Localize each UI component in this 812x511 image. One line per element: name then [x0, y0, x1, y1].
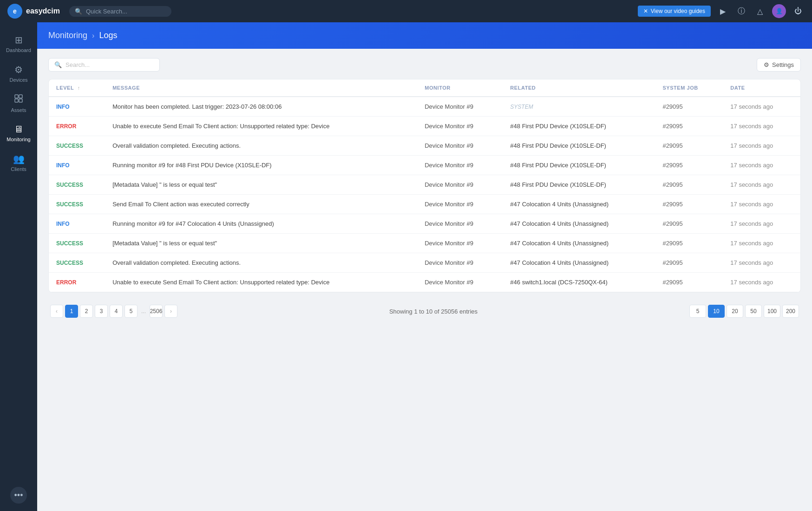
- related-value[interactable]: #48 First PDU Device (X10SLE-DF): [510, 123, 606, 130]
- svg-rect-0: [15, 95, 18, 98]
- job-id[interactable]: #29095: [662, 103, 682, 110]
- logo[interactable]: e easydcim: [7, 4, 60, 19]
- page-button-3[interactable]: 3: [95, 305, 108, 318]
- job-id[interactable]: #29095: [662, 181, 682, 188]
- page-button-2[interactable]: 2: [80, 305, 93, 318]
- cell-related: #48 First PDU Device (X10SLE-DF): [503, 136, 655, 156]
- cell-message: Unable to execute Send Email To Client a…: [105, 273, 417, 292]
- per-page-10[interactable]: 10: [708, 305, 725, 318]
- cell-level: SUCCESS: [49, 195, 105, 214]
- page-button-4[interactable]: 4: [110, 305, 123, 318]
- sidebar-item-label: Monitoring: [7, 137, 30, 142]
- sidebar-item-label: Clients: [11, 166, 26, 172]
- table-search[interactable]: 🔍: [48, 58, 160, 72]
- job-id[interactable]: #29095: [662, 142, 682, 149]
- monitor-link[interactable]: Device Monitor #9: [425, 220, 473, 227]
- cell-related: #46 switch1.local (DCS-7250QX-64): [503, 273, 655, 292]
- search-input[interactable]: [86, 8, 166, 15]
- monitor-link[interactable]: Device Monitor #9: [425, 201, 473, 208]
- job-id[interactable]: #29095: [662, 220, 682, 227]
- avatar[interactable]: 👤: [772, 4, 786, 18]
- video-guides-button[interactable]: ✕ View our video guides: [638, 6, 711, 17]
- sidebar-item-clients[interactable]: 👥 Clients: [2, 149, 35, 177]
- related-value[interactable]: #48 First PDU Device (X10SLE-DF): [510, 181, 606, 188]
- date-value: 17 seconds ago: [730, 103, 773, 110]
- search-input[interactable]: [65, 61, 154, 68]
- cell-message: [Metadata Value] " is less or equal test…: [105, 234, 417, 253]
- settings-label: Settings: [772, 61, 794, 68]
- showing-text: Showing 1 to 10 of 25056 entries: [389, 308, 478, 315]
- cell-job: #29095: [655, 273, 723, 292]
- cell-related: #48 First PDU Device (X10SLE-DF): [503, 156, 655, 175]
- monitor-link[interactable]: Device Monitor #9: [425, 259, 473, 266]
- monitor-link[interactable]: Device Monitor #9: [425, 181, 473, 188]
- gear-icon: ⚙: [764, 61, 769, 68]
- monitor-link[interactable]: Device Monitor #9: [425, 142, 473, 149]
- more-button[interactable]: •••: [10, 487, 27, 504]
- toolbar: 🔍 ⚙ Settings: [48, 58, 801, 72]
- alert-icon[interactable]: △: [753, 5, 766, 18]
- job-id[interactable]: #29095: [662, 279, 682, 286]
- date-value: 17 seconds ago: [730, 279, 773, 286]
- sidebar-item-monitoring[interactable]: 🖥 Monitoring: [2, 119, 35, 147]
- related-value[interactable]: #46 switch1.local (DCS-7250QX-64): [510, 279, 608, 286]
- related-value[interactable]: #47 Colocation 4 Units (Unassigned): [510, 201, 609, 208]
- job-id[interactable]: #29095: [662, 201, 682, 208]
- svg-rect-3: [19, 99, 22, 102]
- cell-date: 17 seconds ago: [723, 136, 800, 156]
- cell-monitor: Device Monitor #9: [417, 117, 503, 136]
- info-icon[interactable]: ⓘ: [735, 5, 748, 18]
- main-content: 🔍 ⚙ Settings LEVEL ↑: [37, 49, 812, 511]
- related-value[interactable]: #48 First PDU Device (X10SLE-DF): [510, 162, 606, 169]
- cell-job: #29095: [655, 214, 723, 234]
- per-page-20[interactable]: 20: [727, 305, 743, 318]
- sidebar-item-assets[interactable]: Assets: [2, 89, 35, 118]
- play-icon[interactable]: ▶: [716, 5, 729, 18]
- top-navigation: e easydcim 🔍 ✕ View our video guides ▶ ⓘ…: [0, 0, 812, 22]
- monitor-link[interactable]: Device Monitor #9: [425, 240, 473, 247]
- related-value[interactable]: #47 Colocation 4 Units (Unassigned): [510, 220, 609, 227]
- related-value[interactable]: #48 First PDU Device (X10SLE-DF): [510, 142, 606, 149]
- monitor-link[interactable]: Device Monitor #9: [425, 279, 473, 286]
- table-row: INFO Running monitor #9 for #48 First PD…: [49, 156, 800, 175]
- prev-page-button[interactable]: ‹: [50, 305, 63, 318]
- breadcrumb-parent[interactable]: Monitoring: [48, 31, 87, 40]
- cell-message: Overall validation completed. Executing …: [105, 253, 417, 273]
- sidebar: ⊞ Dashboard ⚙ Devices Assets 🖥 Monitorin…: [0, 22, 37, 511]
- page-button-1[interactable]: 1: [65, 305, 78, 318]
- job-id[interactable]: #29095: [662, 123, 682, 130]
- cell-level: ERROR: [49, 273, 105, 292]
- per-page-200[interactable]: 200: [782, 305, 799, 318]
- job-id[interactable]: #29095: [662, 240, 682, 247]
- page-numbers: ‹ 1 2 3 4 5 ... 2506 ›: [50, 305, 177, 318]
- next-page-button[interactable]: ›: [164, 305, 177, 318]
- level-badge: SUCCESS: [56, 143, 83, 149]
- cell-job: #29095: [655, 136, 723, 156]
- page-button-last[interactable]: 2506: [150, 305, 163, 318]
- monitor-link[interactable]: Device Monitor #9: [425, 103, 473, 110]
- cell-related: #47 Colocation 4 Units (Unassigned): [503, 195, 655, 214]
- breadcrumb-separator: ›: [92, 32, 94, 40]
- cell-message: Monitor has been completed. Last trigger…: [105, 97, 417, 117]
- monitor-link[interactable]: Device Monitor #9: [425, 123, 473, 130]
- dashboard-icon: ⊞: [15, 34, 23, 46]
- cell-job: #29095: [655, 175, 723, 195]
- job-id[interactable]: #29095: [662, 162, 682, 169]
- sidebar-item-dashboard[interactable]: ⊞ Dashboard: [2, 30, 35, 58]
- sidebar-item-devices[interactable]: ⚙ Devices: [2, 59, 35, 87]
- per-page-50[interactable]: 50: [745, 305, 762, 318]
- page-button-5[interactable]: 5: [124, 305, 138, 318]
- global-search[interactable]: 🔍: [69, 6, 171, 17]
- monitor-link[interactable]: Device Monitor #9: [425, 162, 473, 169]
- cell-date: 17 seconds ago: [723, 97, 800, 117]
- power-icon[interactable]: ⏻: [792, 5, 805, 18]
- per-page-5[interactable]: 5: [689, 305, 706, 318]
- table-row: ERROR Unable to execute Send Email To Cl…: [49, 117, 800, 136]
- logs-table: LEVEL ↑ MESSAGE MONITOR RELATED SYSTEM J…: [48, 79, 801, 293]
- settings-button[interactable]: ⚙ Settings: [757, 58, 801, 72]
- related-value[interactable]: #47 Colocation 4 Units (Unassigned): [510, 259, 609, 266]
- job-id[interactable]: #29095: [662, 259, 682, 266]
- per-page-100[interactable]: 100: [764, 305, 780, 318]
- col-level[interactable]: LEVEL ↑: [49, 79, 105, 97]
- related-value[interactable]: #47 Colocation 4 Units (Unassigned): [510, 240, 609, 247]
